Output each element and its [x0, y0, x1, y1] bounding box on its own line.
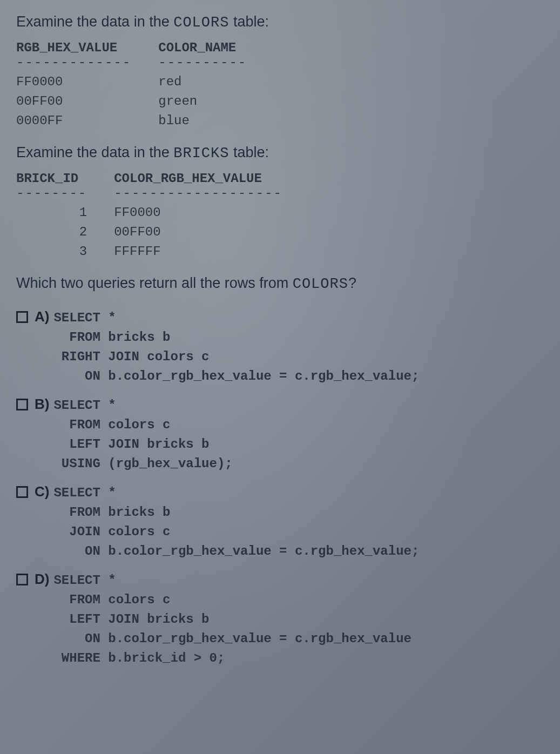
checkbox-b[interactable] [16, 399, 28, 410]
table-cell: FFFFFF [114, 242, 282, 261]
intro1-suffix: table: [229, 14, 269, 30]
colors-table: RGB_HEX_VALUE ------------- FF0000 00FF0… [16, 41, 544, 131]
question-table: COLORS [293, 276, 348, 292]
bricks-header-id: BRICK_ID [16, 171, 87, 186]
intro-bricks: Examine the data in the BRICKS table: [16, 144, 544, 161]
option-b-label: B) [35, 396, 49, 413]
option-a-code: SELECT * FROM bricks b RIGHT JOIN colors… [53, 308, 419, 386]
colors-col-name: COLOR_NAME ---------- red green blue [158, 41, 247, 131]
table-cell: FF0000 [16, 72, 131, 92]
intro1-prefix: Examine the data in the [16, 14, 173, 30]
colors-col-rgb: RGB_HEX_VALUE ------------- FF0000 00FF0… [16, 41, 131, 131]
option-b: B) SELECT * FROM colors c LEFT JOIN bric… [16, 396, 544, 474]
option-d-code: SELECT * FROM colors c LEFT JOIN bricks … [53, 571, 411, 668]
dash-line: -------- [16, 187, 87, 200]
intro2-table: BRICKS [173, 145, 229, 161]
dash-line: ------------- [16, 56, 131, 69]
option-a-label: A) [35, 308, 49, 325]
question: Which two queries return all the rows fr… [16, 275, 544, 292]
checkbox-c[interactable] [16, 486, 28, 498]
table-cell: green [158, 92, 247, 111]
intro2-prefix: Examine the data in the [16, 144, 173, 160]
colors-header-name: COLOR_NAME [158, 41, 247, 55]
intro1-table: COLORS [173, 15, 229, 31]
option-d: D) SELECT * FROM colors c LEFT JOIN bric… [16, 571, 544, 668]
table-cell: 3 [16, 242, 87, 261]
dash-line: ---------- [158, 56, 247, 69]
table-cell: 00FF00 [16, 92, 131, 111]
table-cell: 1 [16, 203, 87, 223]
table-cell: 0000FF [16, 111, 131, 131]
option-c-code: SELECT * FROM bricks b JOIN colors c ON … [53, 483, 419, 561]
bricks-col-id: BRICK_ID -------- 1 2 3 [16, 171, 87, 261]
option-c: C) SELECT * FROM bricks b JOIN colors c … [16, 483, 544, 561]
option-d-label: D) [35, 571, 49, 588]
dash-line: ------------------- [114, 187, 282, 200]
question-suffix: ? [348, 275, 356, 291]
checkbox-a[interactable] [16, 311, 28, 323]
option-a: A) SELECT * FROM bricks b RIGHT JOIN col… [16, 308, 544, 386]
option-b-code: SELECT * FROM colors c LEFT JOIN bricks … [53, 396, 232, 474]
bricks-header-color: COLOR_RGB_HEX_VALUE [114, 171, 282, 186]
question-prefix: Which two queries return all the rows fr… [16, 275, 293, 291]
table-cell: red [158, 72, 247, 92]
table-cell: 2 [16, 223, 87, 242]
table-cell: 00FF00 [114, 223, 282, 242]
intro2-suffix: table: [229, 144, 269, 160]
bricks-table: BRICK_ID -------- 1 2 3 COLOR_RGB_HEX_VA… [16, 171, 544, 261]
bricks-col-color: COLOR_RGB_HEX_VALUE ------------------- … [114, 171, 282, 261]
intro-colors: Examine the data in the COLORS table: [16, 14, 544, 31]
table-cell: blue [158, 111, 247, 131]
option-c-label: C) [35, 483, 49, 500]
colors-header-rgb: RGB_HEX_VALUE [16, 41, 131, 55]
checkbox-d[interactable] [16, 574, 28, 585]
table-cell: FF0000 [114, 203, 282, 223]
